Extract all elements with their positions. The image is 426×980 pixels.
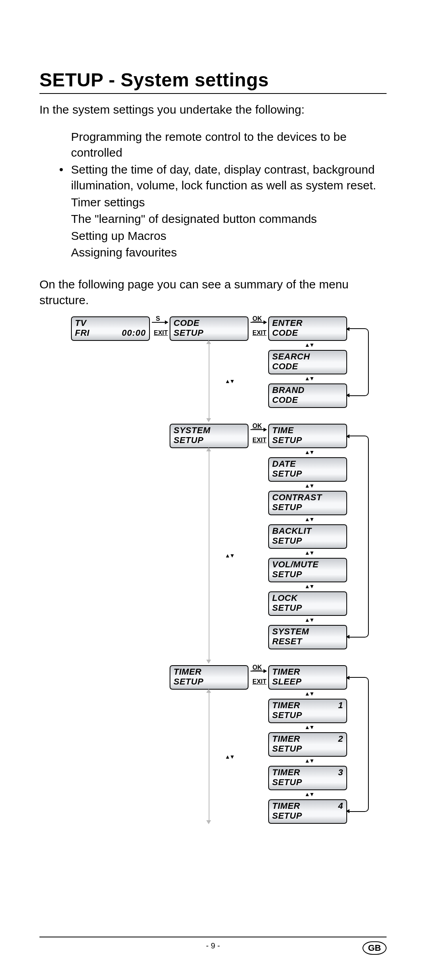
lcd-line: SETUP: [272, 569, 343, 579]
lcd-text: TIMER: [272, 767, 300, 777]
updown-icon: ▲▼: [305, 375, 314, 382]
lcd-line: SETUP: [174, 677, 245, 686]
menu-diagram: TV FRI 00:00 S EXIT CODE SETUP OK EXIT E…: [71, 316, 379, 916]
lcd-line: BACKLIT: [272, 526, 343, 536]
intro-text: In the system settings you undertake the…: [39, 102, 387, 118]
exit-label: EXIT: [252, 329, 267, 337]
vert-arrow: [209, 343, 209, 420]
list-item: Setting up Macros: [71, 228, 387, 244]
lcd-timer-sleep: TIMER SLEEP: [268, 665, 347, 690]
lcd-lock-setup: LOCK SETUP: [268, 591, 347, 616]
lcd-volmute-setup: VOL/MUTE SETUP: [268, 558, 347, 582]
lcd-enter-code: ENTER CODE: [268, 316, 347, 341]
lcd-backlit-setup: BACKLIT SETUP: [268, 524, 347, 549]
lcd-timer2: TIMER2 SETUP: [268, 732, 347, 757]
updown-icon: ▲▼: [305, 791, 314, 797]
lcd-line: LOCK: [272, 593, 343, 603]
lcd-timer-setup: TIMER SETUP: [170, 665, 248, 690]
lcd-line: CODE: [272, 395, 343, 405]
lcd-line: FRI 00:00: [75, 328, 146, 338]
ok-label: OK: [252, 664, 262, 671]
lcd-timer4: TIMER4 SETUP: [268, 799, 347, 824]
footer-rule: [39, 937, 387, 937]
list-item: Programming the remote control to the de…: [71, 129, 387, 161]
vert-arrow: [209, 450, 209, 661]
page-heading: SETUP - System settings: [39, 69, 387, 91]
lcd-line: SETUP: [272, 435, 343, 445]
lcd-line: BRAND: [272, 385, 343, 395]
loop-connector: [349, 436, 369, 638]
loop-connector: [349, 677, 369, 812]
updown-icon: ▲▼: [305, 690, 314, 697]
tri-up-icon: [206, 447, 211, 451]
lcd-num: 3: [338, 767, 343, 777]
lcd-line: RESET: [272, 636, 343, 646]
heading-rule: [39, 93, 387, 94]
lcd-line: CONTRAST: [272, 492, 343, 502]
tri-down-icon: [206, 418, 211, 422]
lcd-system-reset: SYSTEM RESET: [268, 625, 347, 649]
list-item: Timer settings: [71, 195, 387, 211]
updown-icon: ▲▼: [225, 754, 234, 760]
lcd-line: CODE: [272, 361, 343, 371]
exit-label: EXIT: [252, 437, 267, 444]
lcd-system-setup: SYSTEM SETUP: [170, 424, 248, 448]
updown-icon: ▲▼: [305, 342, 314, 348]
list-item: Setting the time of day, date, display c…: [71, 162, 387, 194]
updown-icon: ▲▼: [305, 449, 314, 455]
list-item: Assigning favourites: [71, 245, 387, 261]
lcd-line: CODE: [272, 328, 343, 338]
updown-icon: ▲▼: [305, 757, 314, 764]
updown-icon: ▲▼: [305, 483, 314, 489]
list-item: The "learning" of designated button comm…: [71, 211, 387, 227]
lcd-line: TIMER4: [272, 801, 343, 811]
exit-label: EXIT: [252, 678, 267, 685]
lcd-line: DATE: [272, 459, 343, 469]
lcd-date-setup: DATE SETUP: [268, 457, 347, 482]
lcd-line: SETUP: [272, 536, 343, 546]
lcd-line: SLEEP: [272, 677, 343, 686]
lcd-day: FRI: [75, 328, 90, 338]
lcd-line: TIMER: [272, 667, 343, 677]
lcd-text: TIMER: [272, 801, 300, 811]
lcd-line: SETUP: [174, 435, 245, 445]
lcd-line: TIMER2: [272, 734, 343, 744]
lcd-line: SETUP: [272, 777, 343, 787]
lcd-line: SETUP: [272, 603, 343, 613]
updown-icon: ▲▼: [225, 552, 234, 559]
lcd-num: 2: [338, 734, 343, 744]
settings-list: Programming the remote control to the de…: [39, 129, 387, 261]
lcd-text: TIMER: [272, 700, 300, 710]
lcd-line: SETUP: [272, 744, 343, 754]
s-label: S: [156, 315, 160, 322]
lcd-brand-code: BRAND CODE: [268, 383, 347, 408]
lcd-line: SETUP: [272, 811, 343, 821]
lcd-line: ENTER: [272, 318, 343, 328]
page-footer: - 9 - GB: [39, 937, 387, 950]
ok-label: OK: [252, 423, 262, 430]
lcd-search-code: SEARCH CODE: [268, 350, 347, 374]
updown-icon: ▲▼: [305, 724, 314, 730]
exit-label: EXIT: [154, 329, 168, 337]
lcd-time-setup: TIME SETUP: [268, 424, 347, 448]
lcd-line: TV: [75, 318, 146, 328]
vert-arrow: [209, 692, 209, 822]
lcd-line: TIMER: [174, 667, 245, 677]
lcd-time: 00:00: [122, 328, 146, 338]
lcd-text: TIMER: [272, 734, 300, 744]
updown-icon: ▲▼: [305, 516, 314, 522]
tri-up-icon: [206, 689, 211, 693]
page-number: - 9 -: [39, 941, 387, 950]
updown-icon: ▲▼: [305, 550, 314, 556]
tri-down-icon: [206, 660, 211, 664]
lcd-line: SEARCH: [272, 352, 343, 361]
lcd-line: SETUP: [272, 502, 343, 512]
lcd-timer3: TIMER3 SETUP: [268, 766, 347, 790]
lcd-line: SETUP: [272, 469, 343, 479]
lcd-num: 1: [338, 700, 343, 710]
follow-text: On the following page you can see a summ…: [39, 277, 387, 309]
ok-label: OK: [252, 315, 262, 322]
tri-down-icon: [206, 820, 211, 824]
region-badge: GB: [362, 941, 387, 955]
lcd-line: CODE: [174, 318, 245, 328]
